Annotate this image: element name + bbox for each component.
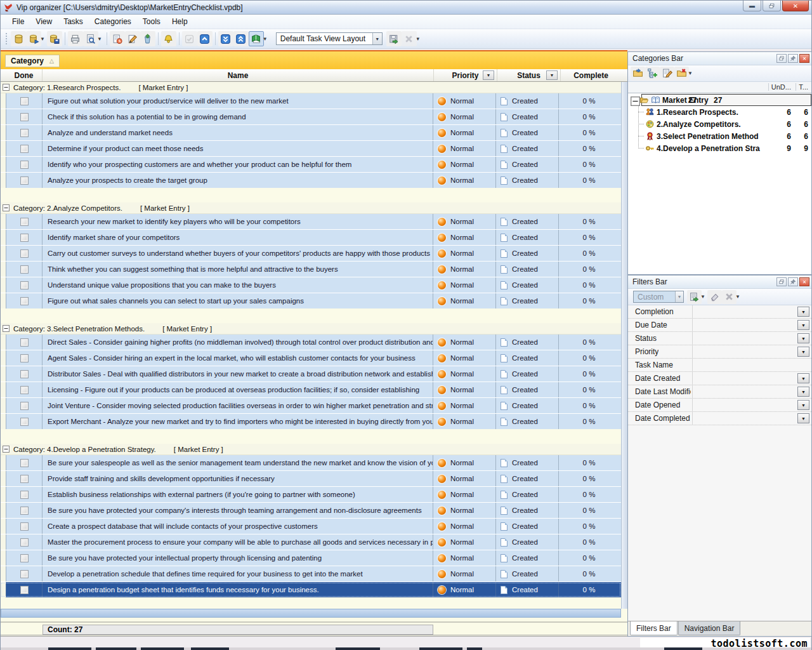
task-row[interactable]: Develop a penetration schedule that defi… — [1, 566, 621, 581]
task-done-checkbox[interactable] — [20, 161, 29, 169]
category-group-row[interactable]: Category: 2.Analyze Competitors.[ Market… — [1, 202, 621, 214]
tree-item-3-select-penetration-method[interactable]: 3.Select Penetration Method66 — [628, 130, 811, 142]
filter-value-dropdown-icon[interactable]: ▼ — [797, 400, 809, 410]
mark-complete-icon[interactable] — [182, 31, 197, 46]
collapse-icon[interactable] — [3, 84, 10, 91]
column-header-done[interactable]: Done — [6, 69, 43, 81]
filters-restore-button[interactable] — [776, 277, 787, 286]
menu-file[interactable]: File — [7, 15, 29, 28]
apply-filter-icon[interactable] — [687, 290, 702, 304]
task-done-checkbox[interactable] — [20, 459, 29, 467]
layout-combobox[interactable]: Default Task View Layout ▼ — [276, 32, 383, 45]
task-row[interactable]: Analyze and understand market needsNorma… — [1, 125, 621, 140]
total-column-header[interactable]: T... — [796, 83, 808, 91]
group-by-category-chip[interactable]: Category △ — [5, 55, 60, 67]
task-row[interactable]: Determine if your product can meet those… — [1, 141, 621, 156]
filters-close-button[interactable]: ✕ — [799, 277, 809, 286]
task-row[interactable]: Agent Sales - Consider hiring an expert … — [1, 350, 621, 366]
window-titlebar[interactable]: Vip organizer [C:\Users\dmitry\Desktop\M… — [1, 1, 811, 15]
filter-value-dropdown-icon[interactable]: ▼ — [797, 373, 809, 383]
category-group-row[interactable]: Category: 1.Research Prospects.[ Market … — [1, 82, 621, 93]
task-done-checkbox[interactable] — [20, 522, 29, 531]
task-row[interactable]: Establish business relationships with ex… — [1, 487, 621, 502]
task-row[interactable]: Master the procurement process to ensure… — [1, 534, 621, 550]
task-done-checkbox[interactable] — [20, 338, 29, 347]
filter-row-priority[interactable]: Priority▼ — [628, 345, 811, 359]
categories-close-button[interactable]: ✕ — [799, 54, 809, 63]
open-database-icon[interactable] — [26, 31, 41, 46]
delete-category-icon[interactable] — [674, 67, 689, 81]
filter-row-due-date[interactable]: Due Date▼ — [628, 319, 811, 332]
clear-filter-icon[interactable] — [707, 290, 722, 304]
filter-row-date-completed[interactable]: Date Completed▼ — [628, 412, 811, 425]
vertical-scrollbar[interactable] — [621, 82, 627, 609]
task-row[interactable]: Figure out what solution your product/se… — [1, 93, 621, 109]
priority-filter-dropdown-icon[interactable]: ▼ — [483, 70, 494, 80]
task-done-checkbox[interactable] — [20, 113, 29, 121]
layout-combobox-dropdown-icon[interactable]: ▼ — [372, 33, 382, 44]
task-done-checkbox[interactable] — [20, 418, 29, 426]
task-done-checkbox[interactable] — [20, 586, 29, 594]
more-options-icon[interactable]: ▼ — [735, 294, 740, 300]
filter-row-completion[interactable]: Completion▼ — [628, 305, 811, 319]
task-row[interactable]: Check if this solution has a potential t… — [1, 109, 621, 124]
filters-pin-button[interactable] — [788, 277, 798, 286]
task-row[interactable]: Be sure your salespeople as well as the … — [1, 455, 621, 470]
minimize-button[interactable]: ▬ — [743, 1, 761, 11]
delete-filter-icon[interactable] — [722, 290, 737, 304]
tab-filters-bar[interactable]: Filters Bar — [630, 621, 678, 635]
new-category-icon[interactable] — [631, 67, 645, 81]
task-row[interactable]: Research your new market to identify key… — [1, 214, 621, 229]
task-done-checkbox[interactable] — [20, 491, 29, 499]
task-done-checkbox[interactable] — [20, 507, 29, 515]
status-filter-dropdown-icon[interactable]: ▼ — [546, 70, 558, 80]
task-row[interactable]: Figure out what sales channels you can s… — [1, 293, 621, 308]
horizontal-scrollbar[interactable] — [1, 609, 621, 618]
notes-dropdown-icon[interactable]: ▼ — [263, 36, 268, 42]
save-layout-icon[interactable] — [386, 31, 402, 46]
collapse-icon[interactable] — [3, 325, 10, 332]
restore-button[interactable] — [763, 1, 781, 11]
filter-row-date-created[interactable]: Date Created▼ — [628, 372, 811, 385]
categories-pin-button[interactable] — [788, 54, 798, 63]
task-row[interactable]: Be sure you have protected your intellec… — [1, 550, 621, 566]
collapse-icon[interactable] — [3, 204, 10, 211]
task-row[interactable]: Understand unique value propositions tha… — [1, 277, 621, 293]
collapse-icon[interactable] — [631, 96, 638, 103]
task-row[interactable]: Export Merchant - Analyze your new marke… — [1, 414, 621, 429]
print-icon[interactable] — [68, 31, 83, 46]
task-done-checkbox[interactable] — [20, 370, 29, 378]
menu-view[interactable]: View — [30, 15, 57, 28]
task-row[interactable]: Be sure you have protected your company'… — [1, 503, 621, 518]
task-row[interactable]: Identify who your prospecting customers … — [1, 157, 621, 172]
category-group-row[interactable]: Category: 4.Develop a Penetration Strate… — [1, 444, 621, 455]
menu-categories[interactable]: Categories — [89, 15, 136, 28]
menu-help[interactable]: Help — [167, 15, 193, 28]
filter-row-status[interactable]: Status▼ — [628, 332, 811, 345]
tree-item-1-research-prospects[interactable]: 1.Research Prospects.66 — [628, 106, 811, 118]
task-done-checkbox[interactable] — [20, 176, 29, 185]
task-done-checkbox[interactable] — [20, 265, 29, 274]
task-row[interactable]: Distributor Sales - Deal with qualified … — [1, 366, 621, 381]
save-database-icon[interactable] — [47, 31, 62, 46]
task-done-checkbox[interactable] — [20, 386, 29, 394]
categories-restore-button[interactable] — [776, 54, 787, 63]
task-row[interactable]: Design a penetration budget sheet that i… — [1, 582, 621, 597]
task-done-checkbox[interactable] — [20, 234, 29, 242]
reset-layout-icon[interactable] — [402, 31, 417, 46]
delete-task-icon[interactable] — [140, 31, 155, 46]
delete-category-dropdown-icon[interactable]: ▼ — [688, 70, 693, 76]
task-row[interactable]: Think whether you can suggest something … — [1, 262, 621, 277]
filter-value-dropdown-icon[interactable]: ▼ — [797, 333, 809, 343]
filters-bar-titlebar[interactable]: Filters Bar ✕ — [628, 275, 811, 289]
move-down-icon[interactable] — [218, 31, 233, 46]
tree-item-market-entry[interactable]: Market Entry2727 — [628, 94, 811, 106]
menu-tasks[interactable]: Tasks — [58, 15, 88, 28]
print-preview-dropdown-icon[interactable]: ▼ — [97, 36, 102, 42]
column-header-status[interactable]: Status▼ — [497, 69, 561, 81]
column-header-complete[interactable]: Complete — [561, 69, 621, 81]
column-header-name[interactable]: Name — [43, 69, 434, 81]
task-row[interactable]: Direct Sales - Consider gaining higher p… — [1, 335, 621, 350]
notes-icon[interactable] — [249, 31, 264, 46]
new-database-icon[interactable] — [11, 31, 26, 46]
